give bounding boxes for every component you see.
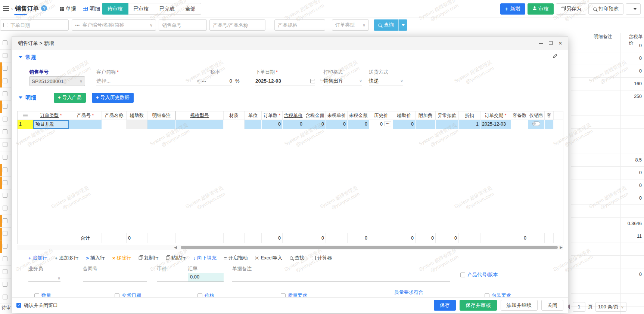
cell-unit[interactable] <box>245 120 262 129</box>
添加并继续-button[interactable]: 添加并继续 <box>501 300 538 311</box>
tab-已审核[interactable]: 已审核 <box>128 3 155 15</box>
row-checkbox[interactable] <box>3 244 7 249</box>
user-button[interactable]: 审核 <box>528 3 554 15</box>
row-checkbox[interactable] <box>3 40 7 45</box>
import-product-button[interactable]: +导入产品 <box>54 93 86 103</box>
cell-handle[interactable]: 1 <box>18 120 33 129</box>
delivery-mode-field[interactable]: 快递 ∨ <box>369 76 403 86</box>
close-button[interactable]: × <box>557 40 564 47</box>
more-menu-button[interactable] <box>626 3 641 15</box>
salesman-select[interactable]: ∨ <box>28 273 60 282</box>
print-preview-button[interactable]: 打印预览 <box>588 3 623 15</box>
保存并审核-button[interactable]: 保存并审核 <box>460 300 497 311</box>
sales-no-filter[interactable] <box>159 19 207 31</box>
plus-button[interactable]: +追加多行 <box>55 255 79 261</box>
horizontal-scrollbar[interactable]: ◀ ▶ <box>17 245 563 250</box>
column-header-cust_qty[interactable]: 客备数 <box>511 111 528 120</box>
column-header-surcharge[interactable]: 附加费 <box>416 111 436 120</box>
column-header-spec[interactable]: 规格型号 <box>176 111 224 120</box>
column-header-amount_tax[interactable]: 含税金额 <box>304 111 326 120</box>
row-checkbox[interactable] <box>3 282 7 287</box>
column-header-price[interactable]: 未税单价 <box>326 111 348 120</box>
query-button[interactable]: 查询 <box>374 19 398 31</box>
cell-product_no[interactable] <box>69 120 102 129</box>
import-history-button[interactable]: +导入历史数据 <box>92 93 134 103</box>
product-code-checkbox[interactable]: 产品代号/版本 <box>460 271 498 278</box>
order-date-field[interactable]: 2025-12-03 <box>255 76 315 86</box>
query-split-button[interactable]: 查询 <box>374 19 407 31</box>
row-checkbox[interactable] <box>3 91 7 96</box>
cell-order_type[interactable]: 项目开发 <box>33 120 69 129</box>
cell-delivery[interactable]: 2025-12-03 <box>480 120 511 129</box>
search-button[interactable]: 查找 <box>290 255 304 261</box>
save-as-button[interactable]: 另存为 <box>556 3 587 15</box>
sales-no-input[interactable] <box>162 22 203 28</box>
section-detail[interactable]: 明细 <box>19 94 36 101</box>
column-header-amount[interactable]: 未税金额 <box>348 111 369 120</box>
row-checkbox[interactable] <box>3 206 7 210</box>
row-checkbox[interactable] <box>3 129 7 134</box>
order-date-input[interactable] <box>10 22 65 28</box>
scroll-right-icon[interactable]: ▶ <box>560 245 563 249</box>
row-checkbox[interactable] <box>3 269 7 274</box>
column-header-unit[interactable]: 单位 <box>245 111 262 120</box>
print-format-field[interactable]: 销售出库 ∨ <box>323 76 362 86</box>
cell-qty[interactable]: 0 <box>262 120 283 129</box>
calculator-button[interactable]: 计算器 <box>312 255 332 261</box>
cell-amount[interactable]: 0 <box>348 120 369 129</box>
cell-history[interactable]: 0⋯ <box>369 120 393 129</box>
customer-field[interactable]: 选择... ∨ <box>96 76 199 86</box>
doc-remark-input[interactable] <box>232 273 450 282</box>
row-checkbox[interactable] <box>3 167 7 172</box>
customer-filter[interactable]: ⋯ 客户编号/名称/简称 ∨ <box>72 19 156 31</box>
page-number-input[interactable]: 1 <box>573 302 585 312</box>
column-header-material[interactable]: 材质 <box>224 111 245 120</box>
row-checkbox[interactable] <box>3 53 7 58</box>
plus-button[interactable]: +追加行 <box>28 255 47 261</box>
tab-已完成[interactable]: 已完成 <box>154 3 180 15</box>
cell-product_name[interactable] <box>102 120 127 129</box>
cell-discount[interactable]: 1 <box>459 120 480 129</box>
column-header-delivery[interactable]: 订单交期 * <box>480 111 511 120</box>
column-header-product_no[interactable]: 产品号 * <box>69 111 102 120</box>
scroll-left-icon[interactable]: ◀ <box>174 245 177 249</box>
column-header-order_type[interactable]: 订单类型 * <box>33 111 69 120</box>
excel-import-button[interactable]: xExcel导入 <box>255 255 282 261</box>
confirm-close-checkbox[interactable]: ✓ 确认并关闭窗口 <box>16 302 58 309</box>
cell-surcharge[interactable] <box>416 120 436 129</box>
order-date-filter[interactable] <box>0 19 69 31</box>
保存-button[interactable]: 保存 <box>434 300 456 311</box>
column-header-sales_only[interactable]: 仅销售 <box>528 111 545 120</box>
row-checkbox[interactable] <box>3 142 7 147</box>
query-dropdown-button[interactable] <box>398 19 407 31</box>
spec-input[interactable] <box>278 22 322 28</box>
fill-down-button[interactable]: ↓向下填充 <box>193 255 217 261</box>
row-checkbox[interactable] <box>3 256 7 261</box>
column-header-remark[interactable]: 明细备注 <box>147 111 176 120</box>
column-header-cut[interactable]: 客 <box>545 111 554 120</box>
row-checkbox[interactable] <box>3 66 7 71</box>
section-general[interactable]: 常规 <box>19 54 36 61</box>
row-checkbox[interactable] <box>3 78 7 83</box>
cell-sales_only[interactable] <box>528 120 545 129</box>
column-header-qty[interactable]: 订单数 * <box>262 111 283 120</box>
view-toggle-detail[interactable]: 明细 <box>83 6 100 12</box>
view-toggle-documents[interactable]: 单据 <box>60 6 76 12</box>
cell-deduction[interactable] <box>436 120 459 129</box>
row-checkbox[interactable] <box>3 193 7 198</box>
tab-待审核[interactable]: 待审核 <box>102 3 128 15</box>
row-checkbox[interactable] <box>3 104 7 109</box>
contract-no-input[interactable] <box>83 273 147 282</box>
row-checkbox[interactable] <box>3 231 7 236</box>
cell-spec[interactable] <box>176 120 224 129</box>
ellipsis-button[interactable]: ⋯ <box>384 121 391 126</box>
insert-row-button[interactable]: >插入行 <box>86 255 105 261</box>
dialog-header[interactable]: 销售订单 > 新增 × <box>12 37 568 50</box>
quality-match-link[interactable]: 质量要求符合 <box>394 289 423 296</box>
maximize-button[interactable] <box>547 40 554 47</box>
row-checkbox[interactable] <box>3 117 7 121</box>
cell-price_tax[interactable]: 0 <box>283 120 304 129</box>
help-icon[interactable]: ? <box>41 5 47 11</box>
row-checkbox[interactable] <box>3 295 7 299</box>
sales-no-field[interactable]: SP251203001 ∨ <box>29 76 85 86</box>
